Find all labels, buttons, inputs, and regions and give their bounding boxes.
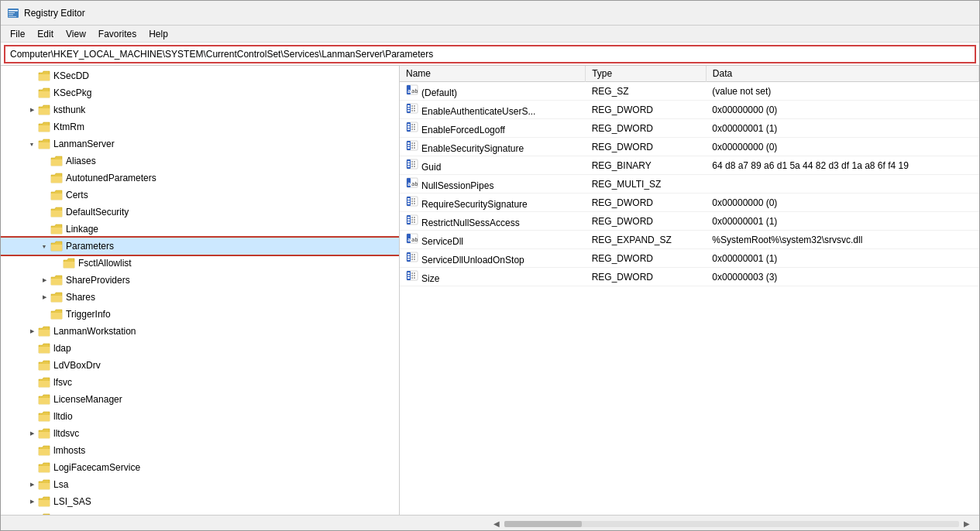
table-row[interactable]: ab ab (Default)REG_SZ(value not set) [400, 82, 979, 101]
folder-icon [63, 258, 75, 269]
tree-item-lltdsvc[interactable]: lltdsvc [1, 425, 399, 442]
tree-item-licensemanager[interactable]: LicenseManager [1, 391, 399, 408]
tree-label: LanmanServer [53, 139, 115, 149]
reg-value-icon: ab ab [406, 176, 418, 189]
table-row[interactable]: EnableForcedLogoffREG_DWORD0x00000001 (1… [400, 119, 979, 138]
tree-item-lanmanserver[interactable]: LanmanServer [1, 135, 399, 152]
tree-item-ldap[interactable]: ldap [1, 340, 399, 357]
table-row[interactable]: GuidREG_BINARY64 d8 a7 89 a6 d1 5a 44 82… [400, 156, 979, 175]
tree-label: KSecDD [53, 70, 89, 81]
svg-rect-48 [414, 161, 415, 163]
tree-item-fsctlallowlist[interactable]: FsctlAllowlist [1, 255, 399, 272]
svg-rect-97 [407, 275, 410, 276]
tree-item-lsi-sas[interactable]: LSI_SAS [1, 493, 399, 510]
minimize-button[interactable] [866, 1, 902, 26]
menu-help[interactable]: Help [143, 27, 174, 41]
hscroll-left[interactable]: ◀ [490, 519, 503, 528]
svg-rect-64 [411, 200, 413, 202]
expander-lanmanserver[interactable] [26, 138, 38, 150]
tree-item-autotunedparams[interactable]: AutotunedParameters [1, 170, 399, 187]
tree-item-triggerinfo[interactable]: TriggerInfo [1, 306, 399, 323]
svg-rect-50 [414, 163, 415, 165]
svg-rect-65 [414, 200, 415, 202]
table-row[interactable]: RestrictNullSessAccessREG_DWORD0x0000000… [400, 212, 979, 231]
expander-lsi-sas[interactable] [26, 495, 38, 508]
tree-item-shareproviders[interactable]: ShareProviders [1, 272, 399, 289]
expander-lltdio [26, 410, 38, 423]
table-row[interactable]: ab ab NullSessionPipesREG_MULTI_SZ [400, 175, 979, 194]
expander-shares[interactable] [38, 291, 50, 303]
cell-name: ServiceDllUnloadOnStop [400, 249, 586, 268]
col-type[interactable]: Type [586, 66, 707, 82]
tree-item-logifacecamservice[interactable]: LogiFacecamService [1, 459, 399, 476]
tree-item-lfsvc[interactable]: lfsvc [1, 374, 399, 391]
tree-item-ldvboxdrv[interactable]: LdVBoxDrv [1, 357, 399, 374]
tree-item-ksecpkg[interactable]: KSecPkg [1, 84, 399, 101]
close-button[interactable] [937, 1, 973, 26]
tree-item-lltdio[interactable]: lltdio [1, 408, 399, 425]
expander-ksthunk[interactable] [26, 104, 38, 116]
svg-rect-103 [411, 277, 413, 279]
tree-item-lanmanworkstation[interactable]: LanmanWorkstation [1, 323, 399, 340]
cell-type: REG_DWORD [586, 249, 707, 268]
reg-value-icon: ab ab [406, 84, 418, 96]
tree-label: LSI_SAS [53, 496, 91, 507]
cell-data: 0x00000000 (0) [706, 138, 978, 156]
svg-rect-85 [407, 254, 410, 255]
reg-name-label: Guid [421, 162, 441, 173]
tree-item-ksthunk[interactable]: ksthunk [1, 101, 399, 118]
table-row[interactable]: SizeREG_DWORD0x00000003 (3) [400, 268, 979, 286]
svg-rect-18 [411, 110, 413, 111]
tree-label: Lsa [53, 479, 68, 490]
reg-name-label: RestrictNullSessAccess [421, 218, 520, 228]
tree-item-parameters[interactable]: Parameters [1, 238, 399, 255]
reg-name-label: RequireSecuritySignature [421, 199, 528, 210]
expander-ldap [26, 342, 38, 355]
reg-value-icon [406, 214, 418, 226]
tree-item-lsi-sas2i[interactable]: LSI_SAS2i [1, 510, 399, 515]
svg-rect-96 [407, 272, 410, 274]
menu-file[interactable]: File [4, 27, 31, 41]
svg-rect-91 [414, 256, 415, 258]
tree-item-shares[interactable]: Shares [1, 289, 399, 306]
cell-name: ab ab (Default) [400, 82, 586, 101]
folder-icon [50, 275, 63, 286]
table-row[interactable]: EnableSecuritySignatureREG_DWORD0x000000… [400, 138, 979, 156]
table-row[interactable]: ab ab ServiceDllREG_EXPAND_SZ%SystemRoot… [400, 231, 979, 249]
data-panel[interactable]: Name Type Data ab ab (Default)REG_SZ(val… [400, 66, 979, 515]
tree-item-lmhosts[interactable]: lmhosts [1, 442, 399, 459]
tree-item-defaultsecurity[interactable]: DefaultSecurity [1, 204, 399, 221]
tree-item-ksecdd[interactable]: KSecDD [1, 67, 399, 84]
tree-item-certs[interactable]: Certs [1, 187, 399, 204]
table-row[interactable]: EnableAuthenticateUserS...REG_DWORD0x000… [400, 101, 979, 119]
table-row[interactable]: RequireSecuritySignatureREG_DWORD0x00000… [400, 194, 979, 212]
reg-value-icon [406, 269, 418, 282]
table-row[interactable]: ServiceDllUnloadOnStopREG_DWORD0x0000000… [400, 249, 979, 268]
expander-shareproviders[interactable] [38, 274, 50, 286]
col-data[interactable]: Data [706, 66, 978, 82]
tree-label: lltdio [53, 411, 73, 422]
menu-favorites[interactable]: Favorites [92, 27, 143, 41]
expander-ksecpkg [26, 87, 38, 99]
tree-item-lsa[interactable]: Lsa [1, 476, 399, 493]
tree-item-linkage[interactable]: Linkage [1, 221, 399, 238]
tree-label: Aliases [66, 156, 96, 166]
menu-edit[interactable]: Edit [31, 27, 60, 41]
menu-view[interactable]: View [60, 27, 92, 41]
address-input[interactable] [4, 45, 976, 63]
hscroll-thumb[interactable] [504, 521, 582, 527]
tree-item-aliases[interactable]: Aliases [1, 152, 399, 170]
expander-lsa[interactable] [26, 478, 38, 491]
maximize-button[interactable] [902, 1, 937, 26]
col-name[interactable]: Name [400, 66, 586, 82]
hscroll-right[interactable]: ▶ [961, 519, 973, 528]
tree-item-ktmrm[interactable]: KtmRm [1, 118, 399, 135]
tree-label: Certs [66, 190, 88, 200]
tree-panel[interactable]: KSecDD KSecPkg ksthunk KtmRm [1, 66, 400, 515]
svg-rect-44 [407, 161, 410, 163]
folder-icon [38, 394, 50, 405]
expander-lltdsvc[interactable] [26, 427, 38, 440]
expander-parameters[interactable] [38, 240, 50, 252]
expander-lanmanworkstation[interactable] [26, 325, 38, 337]
svg-rect-19 [414, 110, 415, 111]
